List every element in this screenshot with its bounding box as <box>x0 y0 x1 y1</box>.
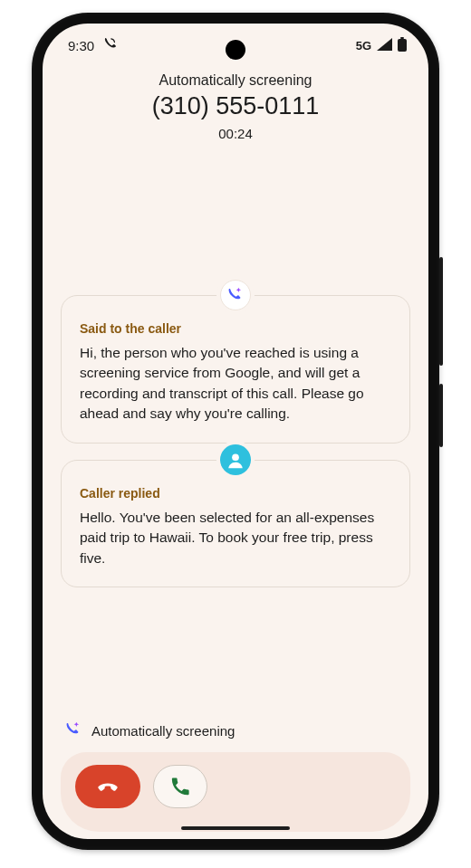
svg-rect-0 <box>400 37 404 39</box>
reply-label: Caller replied <box>80 486 391 501</box>
screening-status-text: Automatically screening <box>91 723 235 739</box>
person-icon <box>226 450 245 470</box>
caller-badge <box>220 444 251 475</box>
spacer <box>43 141 428 295</box>
signal-icon <box>377 38 392 53</box>
screening-subtitle: Automatically screening <box>61 72 410 89</box>
transcript: Said to the caller Hi, the person who yo… <box>43 295 428 710</box>
front-camera <box>226 40 245 60</box>
svg-rect-1 <box>398 39 407 52</box>
screening-status: Automatically screening <box>61 719 410 752</box>
phone-frame: 9:30 5G <box>32 13 439 850</box>
status-time: 9:30 <box>68 38 94 53</box>
phone-sparkle-icon <box>226 286 245 304</box>
battery-icon <box>398 37 407 54</box>
reply-body: Hello. You've been selected for an all-e… <box>80 508 391 568</box>
network-label: 5G <box>356 39 371 52</box>
status-right: 5G <box>356 37 407 54</box>
screen: 9:30 5G <box>43 24 428 839</box>
said-to-caller-card: Said to the caller Hi, the person who yo… <box>61 295 410 444</box>
call-timer: 00:24 <box>61 126 410 141</box>
call-ongoing-icon <box>103 37 117 53</box>
hang-up-icon <box>95 774 120 799</box>
said-label: Said to the caller <box>80 321 391 336</box>
status-left: 9:30 <box>68 37 117 53</box>
hang-up-button[interactable] <box>75 765 140 808</box>
phone-icon <box>170 777 190 796</box>
phone-sparkle-icon <box>64 720 82 741</box>
svg-point-2 <box>232 453 239 461</box>
navigation-pill[interactable] <box>181 826 290 831</box>
caller-replied-card: Caller replied Hello. You've been select… <box>61 460 410 587</box>
assistant-badge <box>220 280 251 310</box>
call-header: Automatically screening (310) 555-0111 0… <box>43 67 428 141</box>
footer: Automatically screening <box>43 710 428 839</box>
caller-number: (310) 555-0111 <box>61 92 410 120</box>
action-bar <box>61 752 410 832</box>
said-body: Hi, the person who you've reached is usi… <box>80 343 391 424</box>
answer-button[interactable] <box>153 765 207 808</box>
